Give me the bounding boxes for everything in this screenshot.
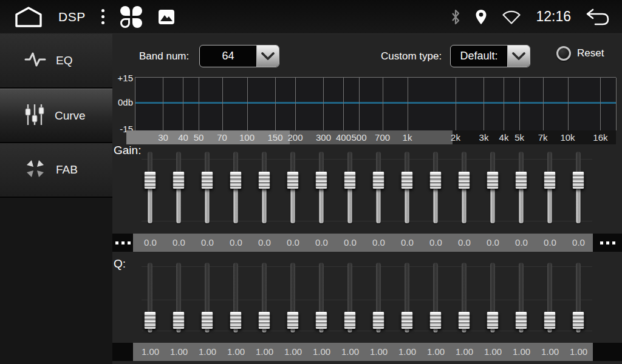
- q-slider-3[interactable]: [193, 260, 221, 340]
- gain-slider-1[interactable]: [135, 149, 164, 231]
- q-value-13: 1.00: [479, 343, 507, 361]
- overflow-menu-icon[interactable]: [101, 9, 104, 24]
- slider-knob[interactable]: [201, 172, 213, 189]
- slider-knob[interactable]: [201, 312, 213, 329]
- gain-slider-11[interactable]: [421, 149, 449, 231]
- q-overflow-right[interactable]: [593, 343, 622, 361]
- wifi-icon: [502, 10, 521, 24]
- slider-knob[interactable]: [144, 172, 156, 189]
- slider-knob[interactable]: [544, 172, 555, 189]
- q-slider-14[interactable]: [507, 260, 535, 340]
- gain-slider-6[interactable]: [278, 149, 307, 231]
- slider-track-lower: [519, 328, 523, 332]
- band-num-select[interactable]: 64: [199, 45, 279, 67]
- eq-curve-plot[interactable]: [135, 77, 616, 130]
- grid-line: [183, 78, 183, 130]
- sliders-icon: [24, 103, 45, 129]
- slider-knob[interactable]: [258, 172, 270, 189]
- sidebar-item-label: FAB: [56, 163, 78, 177]
- q-slider-12[interactable]: [449, 260, 478, 340]
- slider-knob[interactable]: [315, 312, 327, 329]
- slider-knob[interactable]: [344, 312, 355, 329]
- slider-knob[interactable]: [401, 172, 412, 189]
- q-slider-1[interactable]: [135, 260, 164, 340]
- apps-clover-icon[interactable]: [120, 6, 142, 28]
- page-title: DSP: [58, 10, 86, 24]
- slider-knob[interactable]: [515, 172, 527, 189]
- slider-track-lower: [176, 188, 180, 223]
- q-overflow-left[interactable]: [112, 343, 133, 361]
- grid-line: [295, 78, 296, 130]
- gain-slider-10[interactable]: [392, 149, 421, 231]
- back-icon[interactable]: [586, 8, 610, 25]
- gain-slider-5[interactable]: [250, 149, 278, 231]
- slider-knob[interactable]: [144, 312, 156, 329]
- slider-track-lower: [405, 328, 409, 332]
- slider-knob[interactable]: [287, 172, 298, 189]
- q-slider-15[interactable]: [535, 260, 564, 340]
- slider-knob[interactable]: [173, 172, 184, 189]
- slider-knob[interactable]: [372, 312, 384, 329]
- reset-button[interactable]: Reset: [556, 46, 604, 61]
- slider-knob[interactable]: [173, 312, 184, 329]
- grid-line: [359, 78, 360, 130]
- slider-knob[interactable]: [458, 312, 470, 329]
- q-value-5: 1.00: [250, 343, 279, 361]
- q-slider-11[interactable]: [421, 260, 449, 340]
- grid-line: [504, 78, 504, 130]
- gain-slider-14[interactable]: [507, 149, 535, 231]
- gain-value-11: 0.0: [422, 234, 450, 252]
- gallery-icon[interactable]: [158, 9, 175, 25]
- gain-slider-16[interactable]: [564, 149, 592, 231]
- q-slider-13[interactable]: [478, 260, 507, 340]
- slider-knob[interactable]: [458, 172, 470, 189]
- q-slider-16[interactable]: [564, 260, 592, 340]
- slider-knob[interactable]: [429, 312, 441, 329]
- custom-type-select[interactable]: Default:: [450, 45, 530, 67]
- slider-knob[interactable]: [230, 172, 241, 189]
- slider-knob[interactable]: [287, 312, 298, 329]
- q-value-11: 1.00: [422, 343, 450, 361]
- gain-overflow-right-button[interactable]: [593, 234, 622, 252]
- gain-overflow-left-button[interactable]: [112, 234, 133, 252]
- q-slider-4[interactable]: [221, 260, 250, 340]
- q-slider-8[interactable]: [335, 260, 364, 340]
- q-slider-5[interactable]: [250, 260, 278, 340]
- slider-knob[interactable]: [544, 312, 555, 329]
- q-slider-10[interactable]: [392, 260, 421, 340]
- slider-knob[interactable]: [230, 312, 241, 329]
- slider-knob[interactable]: [315, 172, 327, 189]
- band-num-label: Band num:: [139, 50, 189, 62]
- slider-knob[interactable]: [258, 312, 270, 329]
- slider-knob[interactable]: [487, 312, 498, 329]
- gain-slider-4[interactable]: [221, 149, 250, 231]
- slider-knob[interactable]: [401, 312, 412, 329]
- gain-slider-3[interactable]: [193, 149, 221, 231]
- gain-slider-15[interactable]: [535, 149, 564, 231]
- gain-slider-9[interactable]: [364, 149, 392, 231]
- slider-knob[interactable]: [515, 312, 527, 329]
- home-icon[interactable]: [15, 6, 43, 28]
- slider-knob[interactable]: [572, 172, 584, 189]
- q-slider-6[interactable]: [278, 260, 307, 340]
- gain-slider-2[interactable]: [164, 149, 193, 231]
- freq-tick-label: 3k: [479, 130, 489, 144]
- gain-value-14: 0.0: [507, 234, 536, 252]
- gain-slider-12[interactable]: [449, 149, 478, 231]
- q-slider-2[interactable]: [164, 260, 193, 340]
- sidebar-item-fab[interactable]: FAB: [0, 143, 112, 198]
- gain-slider-8[interactable]: [335, 149, 364, 231]
- slider-knob[interactable]: [572, 312, 584, 329]
- gain-slider-7[interactable]: [307, 149, 335, 231]
- grid-line: [323, 78, 324, 130]
- slider-knob[interactable]: [344, 172, 355, 189]
- gain-slider-13[interactable]: [478, 149, 507, 231]
- slider-knob[interactable]: [429, 172, 441, 189]
- q-slider-9[interactable]: [364, 260, 392, 340]
- sidebar-item-eq[interactable]: EQ: [0, 34, 112, 89]
- q-slider-7[interactable]: [307, 260, 335, 340]
- slider-knob[interactable]: [372, 172, 384, 189]
- slider-track-lower: [547, 188, 552, 223]
- slider-knob[interactable]: [487, 172, 498, 189]
- sidebar-item-curve[interactable]: Curve: [0, 89, 112, 143]
